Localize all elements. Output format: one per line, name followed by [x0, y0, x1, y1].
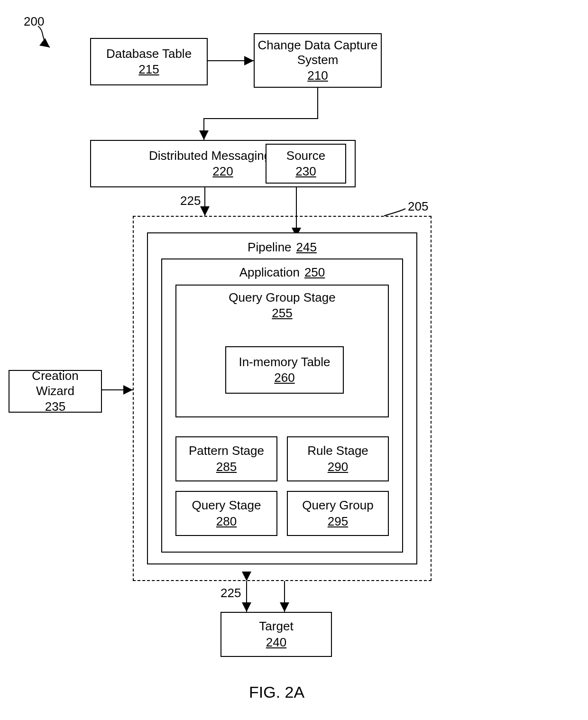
cdc-box: Change Data Capture System 210 — [254, 33, 382, 88]
source-ref: 230 — [295, 164, 316, 179]
diagram-canvas: 200 Database Table 215 Change D — [0, 0, 588, 720]
query-stage-box: Query Stage 280 — [175, 491, 277, 536]
source-box: Source 230 — [266, 144, 346, 184]
in-memory-table-label: In-memory Table — [239, 355, 330, 369]
database-table-ref: 215 — [138, 62, 159, 77]
rule-stage-box: Rule Stage 290 — [287, 436, 389, 481]
creation-wizard-box: Creation Wizard 235 — [9, 370, 102, 413]
database-table-label: Database Table — [106, 46, 192, 61]
database-table-box: Database Table 215 — [90, 38, 208, 85]
figure-ref-label: 200 — [24, 14, 44, 29]
query-group-stage-label: Query Group Stage — [229, 290, 335, 305]
query-group-stage-ref: 255 — [272, 306, 292, 321]
pipeline-ref: 245 — [296, 240, 317, 255]
cdc-ref: 210 — [307, 68, 328, 83]
pattern-stage-label: Pattern Stage — [189, 443, 264, 458]
application-ref: 250 — [304, 265, 325, 280]
target-box: Target 240 — [220, 612, 332, 657]
application-label: Application — [239, 265, 300, 280]
target-ref: 240 — [266, 635, 286, 650]
rule-stage-label: Rule Stage — [307, 443, 368, 458]
pattern-stage-box: Pattern Stage 285 — [175, 436, 277, 481]
connector-225-bottom-label: 225 — [220, 586, 241, 600]
query-group-label: Query Group — [302, 498, 373, 513]
query-stage-label: Query Stage — [192, 498, 261, 513]
query-group-ref: 295 — [328, 514, 348, 529]
query-stage-ref: 280 — [216, 514, 237, 529]
figure-caption: FIG. 2A — [249, 683, 304, 702]
rule-stage-ref: 290 — [328, 460, 348, 474]
creation-wizard-label: Creation Wizard — [12, 369, 98, 398]
query-group-box: Query Group 295 — [287, 491, 389, 536]
source-label: Source — [286, 148, 325, 163]
in-memory-table-ref: 260 — [274, 370, 294, 385]
cdc-label: Change Data Capture System — [257, 38, 378, 67]
in-memory-table-box: In-memory Table 260 — [225, 346, 344, 394]
creation-wizard-ref: 235 — [45, 399, 65, 414]
pipeline-label: Pipeline — [248, 240, 292, 255]
dashed-205-label: 205 — [408, 199, 428, 214]
target-label: Target — [259, 619, 293, 634]
connector-225-top-label: 225 — [180, 194, 201, 208]
pattern-stage-ref: 285 — [216, 460, 237, 474]
